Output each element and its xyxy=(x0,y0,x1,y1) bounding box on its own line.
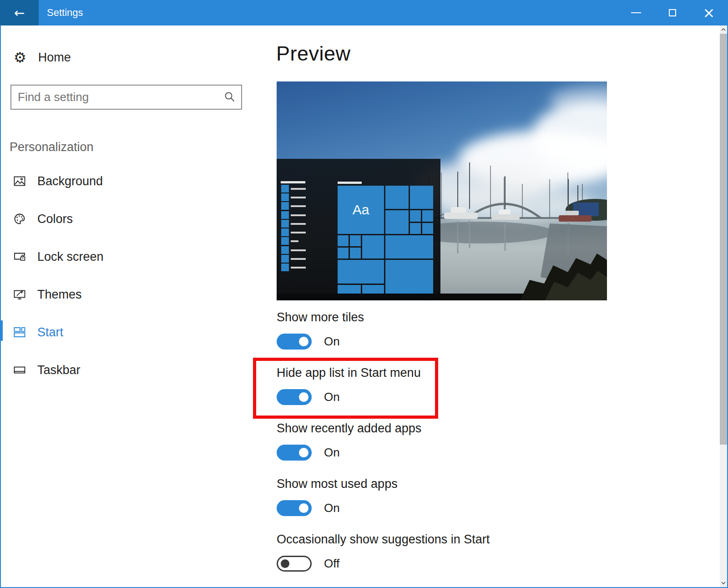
settings-window: ← Settings × ⚙ Home Personalization xyxy=(0,0,728,588)
themes-icon xyxy=(14,289,25,300)
preview-tile xyxy=(410,223,421,234)
start-menu-panel: Aa xyxy=(277,159,440,300)
toggle-state: On xyxy=(324,446,340,460)
sidebar-item-label: Lock screen xyxy=(37,250,104,264)
app-list-line xyxy=(291,223,306,225)
app-list-line xyxy=(291,267,306,269)
setting-show-more-tiles: Show more tiles On xyxy=(277,310,513,350)
preview-tile xyxy=(362,285,384,294)
page-title: Preview xyxy=(276,42,351,66)
setting-label: Show recently added apps xyxy=(277,421,513,436)
preview-tile xyxy=(338,248,349,259)
show-suggestions-toggle[interactable] xyxy=(277,556,312,572)
toggle-state: Off xyxy=(324,557,339,571)
maximize-icon xyxy=(669,9,676,16)
scroll-down-button[interactable] xyxy=(720,579,727,587)
setting-hide-app-list: Hide app list in Start menu On xyxy=(277,366,513,405)
show-most-used-toggle[interactable] xyxy=(277,500,312,516)
preview-tile-aa: Aa xyxy=(338,186,384,234)
window-title: Settings xyxy=(47,0,83,25)
sidebar-item-label: Themes xyxy=(37,288,82,302)
preview-tile xyxy=(385,186,409,209)
search-icon xyxy=(224,91,236,103)
setting-label: Hide app list in Start menu xyxy=(277,366,513,380)
app-list-line xyxy=(291,249,306,251)
maximize-button[interactable] xyxy=(654,0,691,25)
preview-tile xyxy=(350,248,361,259)
scroll-up-button[interactable] xyxy=(720,25,727,34)
app-list-square xyxy=(281,220,289,228)
toggle-knob xyxy=(299,503,308,513)
app-list-line xyxy=(291,197,306,198)
app-list-square xyxy=(281,228,289,236)
app-list-square xyxy=(281,255,289,263)
preview-tile xyxy=(362,235,384,259)
chevron-down-icon xyxy=(721,582,726,584)
vertical-scrollbar[interactable] xyxy=(720,25,727,587)
section-header: Personalization xyxy=(10,140,94,154)
app-list-square xyxy=(281,246,289,254)
palette-icon xyxy=(14,213,25,225)
scrollbar-thumb[interactable] xyxy=(720,34,727,445)
setting-label: Occasionally show suggestions in Start xyxy=(277,532,513,547)
show-recently-added-toggle[interactable] xyxy=(277,445,312,461)
sidebar-item-label: Background xyxy=(37,174,103,188)
toggle-knob xyxy=(281,559,289,568)
setting-label: Show most used apps xyxy=(277,477,513,491)
sidebar-item-background[interactable]: Background xyxy=(14,171,103,191)
sidebar-item-home[interactable]: ⚙ Home xyxy=(14,47,71,67)
lock-screen-icon xyxy=(14,251,25,263)
taskbar-icon xyxy=(14,364,25,376)
preview-tile xyxy=(422,210,433,222)
preview-tile xyxy=(410,210,421,222)
sidebar-item-taskbar[interactable]: Taskbar xyxy=(14,360,81,380)
app-list-line xyxy=(291,205,306,207)
toggle-state: On xyxy=(324,390,340,404)
preview-tile xyxy=(385,235,433,259)
sidebar-item-label: Colors xyxy=(37,212,73,226)
preview-tile xyxy=(338,260,384,284)
tiles-header-line xyxy=(338,182,362,184)
sidebar-item-start[interactable]: Start xyxy=(14,322,63,342)
search-box xyxy=(10,85,242,110)
setting-label: Show more tiles xyxy=(277,310,513,324)
setting-show-recently-added: Show recently added apps On xyxy=(277,421,513,461)
tile-label: Aa xyxy=(353,202,369,218)
back-button[interactable]: ← xyxy=(0,0,39,25)
sidebar-item-label: Home xyxy=(38,51,71,65)
app-list-line xyxy=(291,258,306,260)
hide-app-list-toggle[interactable] xyxy=(277,389,312,405)
sidebar-item-themes[interactable]: Themes xyxy=(14,284,82,304)
minimize-button[interactable] xyxy=(618,0,654,25)
start-preview-image: Aa xyxy=(277,81,607,300)
app-list-line xyxy=(291,240,298,242)
setting-show-most-used: Show most used apps On xyxy=(277,477,513,516)
search-input[interactable] xyxy=(10,85,242,110)
preview-tile xyxy=(410,186,433,209)
app-list-square xyxy=(281,237,289,245)
gear-icon: ⚙ xyxy=(14,51,26,65)
sidebar-item-label: Taskbar xyxy=(37,363,81,377)
sidebar: ⚙ Home Personalization Background xyxy=(0,25,255,588)
toggle-knob xyxy=(299,337,308,346)
toggle-state: On xyxy=(324,501,340,515)
app-list-header-line xyxy=(281,181,305,183)
preview-tile xyxy=(338,235,349,246)
app-list-square xyxy=(281,264,289,271)
back-arrow-icon: ← xyxy=(14,5,25,20)
app-list-square xyxy=(281,211,289,219)
close-button[interactable]: × xyxy=(691,0,727,25)
sidebar-item-colors[interactable]: Colors xyxy=(14,209,73,229)
picture-icon xyxy=(14,175,25,187)
show-more-tiles-toggle[interactable] xyxy=(277,334,312,350)
minimize-icon xyxy=(631,12,641,13)
app-list-square xyxy=(281,202,289,210)
preview-tile xyxy=(338,285,361,294)
app-list-line xyxy=(291,232,306,233)
start-tiles-icon xyxy=(14,326,25,338)
preview-tile xyxy=(385,260,433,294)
toggle-knob xyxy=(299,448,308,457)
sidebar-item-lock-screen[interactable]: Lock screen xyxy=(14,247,104,267)
app-list-square xyxy=(281,185,289,193)
app-list-line xyxy=(291,214,306,216)
